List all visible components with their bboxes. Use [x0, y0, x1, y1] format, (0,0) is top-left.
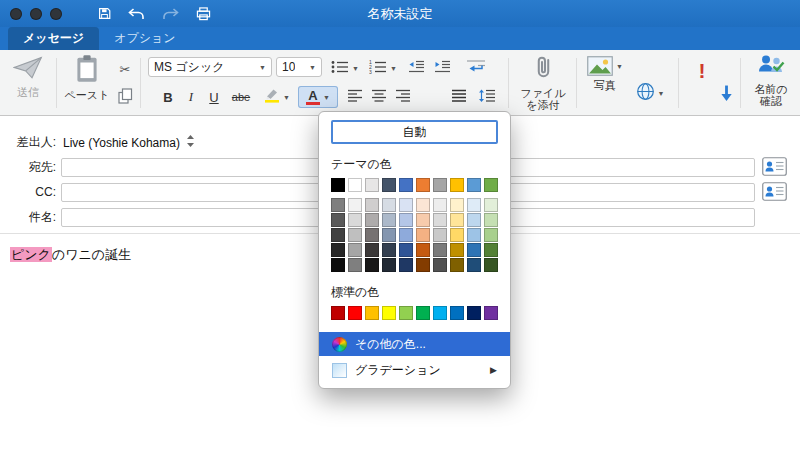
low-importance-button[interactable] [714, 82, 738, 108]
color-swatch[interactable] [399, 258, 413, 272]
attach-file-button[interactable]: ファイルを添付 [514, 54, 572, 111]
color-swatch[interactable] [331, 306, 345, 320]
color-swatch[interactable] [433, 243, 447, 257]
color-swatch[interactable] [382, 198, 396, 212]
align-center-button[interactable] [368, 86, 390, 108]
color-swatch[interactable] [484, 258, 498, 272]
bullet-list-button[interactable]: ▼ [328, 57, 362, 79]
color-swatch[interactable] [484, 178, 498, 192]
color-swatch[interactable] [416, 178, 430, 192]
color-swatch[interactable] [382, 228, 396, 242]
color-swatch[interactable] [365, 228, 379, 242]
color-swatch[interactable] [433, 228, 447, 242]
align-right-button[interactable] [392, 86, 414, 108]
tab-message[interactable]: メッセージ [8, 27, 99, 50]
color-swatch[interactable] [416, 228, 430, 242]
color-swatch[interactable] [331, 178, 345, 192]
color-swatch[interactable] [399, 213, 413, 227]
color-swatch[interactable] [467, 228, 481, 242]
color-swatch[interactable] [484, 213, 498, 227]
color-swatch[interactable] [399, 228, 413, 242]
color-swatch[interactable] [348, 243, 362, 257]
color-swatch[interactable] [450, 198, 464, 212]
color-swatch[interactable] [365, 178, 379, 192]
color-swatch[interactable] [399, 243, 413, 257]
bold-button[interactable]: B [158, 86, 178, 108]
color-swatch[interactable] [399, 306, 413, 320]
automatic-color-button[interactable]: 自動 [331, 120, 498, 144]
color-swatch[interactable] [467, 178, 481, 192]
save-icon[interactable] [98, 7, 111, 20]
hyperlink-globe-button[interactable]: ▼ [634, 82, 666, 104]
color-swatch[interactable] [365, 213, 379, 227]
line-spacing-button[interactable] [474, 86, 500, 108]
font-color-button[interactable]: A ▼ [298, 86, 338, 108]
color-swatch[interactable] [484, 198, 498, 212]
color-swatch[interactable] [348, 213, 362, 227]
copy-button[interactable] [114, 86, 136, 108]
color-swatch[interactable] [450, 306, 464, 320]
color-swatch[interactable] [467, 243, 481, 257]
increase-indent-button[interactable] [430, 57, 454, 79]
color-swatch[interactable] [467, 213, 481, 227]
color-swatch[interactable] [450, 228, 464, 242]
cc-address-book-button[interactable] [761, 183, 787, 203]
from-selector[interactable]: Live (Yoshie Kohama) [63, 133, 195, 152]
to-address-book-button[interactable] [761, 158, 787, 178]
color-swatch[interactable] [331, 258, 345, 272]
color-swatch[interactable] [382, 213, 396, 227]
tab-options[interactable]: オプション [99, 27, 190, 50]
color-swatch[interactable] [399, 178, 413, 192]
color-swatch[interactable] [450, 213, 464, 227]
photo-button[interactable]: ▼ 写真 [582, 56, 628, 91]
numbered-list-button[interactable]: \n123 ▼ [366, 57, 400, 79]
justify-button[interactable] [448, 86, 470, 108]
color-swatch[interactable] [433, 258, 447, 272]
italic-button[interactable]: I [181, 86, 201, 108]
color-swatch[interactable] [416, 243, 430, 257]
color-swatch[interactable] [416, 198, 430, 212]
color-swatch[interactable] [416, 306, 430, 320]
color-swatch[interactable] [433, 306, 447, 320]
color-swatch[interactable] [416, 258, 430, 272]
color-swatch[interactable] [433, 178, 447, 192]
redo-icon[interactable] [162, 8, 179, 20]
print-icon[interactable] [196, 7, 211, 21]
color-swatch[interactable] [484, 306, 498, 320]
color-swatch[interactable] [348, 306, 362, 320]
color-swatch[interactable] [365, 243, 379, 257]
color-swatch[interactable] [348, 258, 362, 272]
color-swatch[interactable] [399, 198, 413, 212]
zoom-button[interactable] [50, 8, 62, 20]
color-swatch[interactable] [467, 258, 481, 272]
color-swatch[interactable] [331, 213, 345, 227]
color-swatch[interactable] [365, 258, 379, 272]
font-name-select[interactable]: MS ゴシック ▼ [148, 57, 272, 77]
cut-button[interactable]: ✂ [114, 58, 136, 80]
more-colors-item[interactable]: その他の色... [319, 332, 510, 356]
color-swatch[interactable] [450, 178, 464, 192]
color-swatch[interactable] [433, 198, 447, 212]
color-swatch[interactable] [331, 228, 345, 242]
color-swatch[interactable] [382, 243, 396, 257]
check-names-button[interactable]: 名前の確認 [744, 53, 798, 107]
color-swatch[interactable] [348, 228, 362, 242]
color-swatch[interactable] [484, 243, 498, 257]
color-swatch[interactable] [348, 178, 362, 192]
color-swatch[interactable] [467, 198, 481, 212]
color-swatch[interactable] [382, 258, 396, 272]
strikethrough-button[interactable]: abe [227, 86, 255, 108]
color-swatch[interactable] [382, 306, 396, 320]
color-swatch[interactable] [365, 306, 379, 320]
color-swatch[interactable] [365, 198, 379, 212]
align-left-button[interactable] [344, 86, 366, 108]
text-wrap-button[interactable] [462, 56, 490, 78]
color-swatch[interactable] [331, 243, 345, 257]
high-importance-button[interactable]: ! [690, 58, 714, 84]
decrease-indent-button[interactable] [404, 57, 428, 79]
send-button[interactable]: 送信 [4, 56, 52, 98]
highlight-color-button[interactable]: ▼ [259, 86, 295, 108]
color-swatch[interactable] [450, 243, 464, 257]
paste-button[interactable]: ペースト [62, 54, 112, 101]
message-body[interactable]: ピンクのワニの誕生 [10, 246, 131, 264]
